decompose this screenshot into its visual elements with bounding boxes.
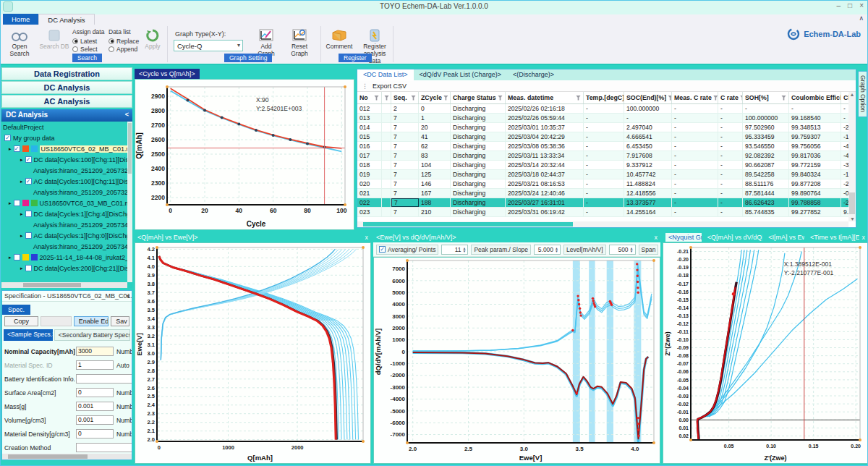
table-cell[interactable] — [382, 189, 391, 198]
filter-icon[interactable] — [384, 96, 389, 101]
table-cell[interactable]: - — [584, 161, 624, 169]
spec-field-input[interactable] — [76, 443, 132, 452]
table-cell[interactable]: Discharging — [451, 179, 506, 188]
table-cell[interactable]: 016 — [357, 142, 382, 151]
column-header[interactable]: Temp.[degC] — [584, 92, 624, 103]
table-cell[interactable] — [382, 161, 391, 169]
table-cell[interactable]: - — [718, 179, 743, 188]
table-cell[interactable]: 2025/03/24 12:40:46 — [506, 189, 584, 198]
sidebar-item-data-registration[interactable]: Data Registration — [1, 67, 132, 80]
level-stepper[interactable]: 500▲▼ — [609, 245, 636, 255]
table-cell[interactable]: 013 — [357, 114, 382, 122]
table-cell[interactable]: 2.497040 — [624, 123, 672, 132]
table-row[interactable]: 014720Discharging2025/03/01 10:35:37-2.4… — [357, 123, 848, 132]
table-cell[interactable]: - — [672, 161, 718, 169]
table-cell[interactable]: - — [672, 179, 718, 188]
table-cell[interactable]: - — [718, 170, 743, 179]
table-cell[interactable]: -4.567895 — [841, 142, 848, 151]
table-cell[interactable]: 2025/03/18 02:44:37 — [506, 170, 584, 179]
open-search-button[interactable]: Open Search — [3, 29, 36, 58]
checkbox-icon[interactable] — [25, 232, 32, 239]
sidebar-item-ac-analysis[interactable]: AC Analysis — [1, 95, 132, 108]
table-cell[interactable]: - — [672, 208, 718, 216]
table-cell[interactable]: - — [672, 189, 718, 198]
table-cell[interactable]: - — [718, 114, 743, 122]
spinner-icons[interactable]: ▲▼ — [630, 247, 634, 253]
table-cell[interactable]: - — [584, 104, 624, 113]
table-cell[interactable]: 100.000000 — [743, 114, 789, 122]
table-row[interactable]: 01220Discharging2025/02/26 02:16:18-100.… — [357, 104, 848, 114]
table-cell[interactable]: - — [841, 104, 848, 113]
table-cell[interactable]: 2025/02/26 05:59:44 — [506, 114, 584, 122]
table-cell[interactable] — [382, 208, 391, 216]
table-row[interactable]: 01371Discharging2025/02/26 05:59:44----1… — [357, 114, 848, 123]
tab-dqdv-peak-list-charge[interactable]: <dQ/dV Peak List (Charge)> — [414, 69, 508, 80]
table-cell[interactable]: 2025/03/08 05:38:36 — [506, 142, 584, 151]
table-cell[interactable] — [382, 104, 391, 113]
table-cell[interactable]: Discharging — [451, 170, 506, 179]
table-cell[interactable]: 11.488824 — [624, 179, 672, 188]
table-cell[interactable]: 2025/03/31 06:19:42 — [506, 208, 584, 216]
tree-item[interactable]: ▸✓AC data[Cycles:100][Chg:11][DisChg:13] — [1, 176, 132, 187]
table-cell[interactable] — [382, 198, 391, 207]
table-row[interactable]: 017783Discharging2025/03/11 13:33:34-7.9… — [357, 151, 848, 161]
table-cell[interactable]: 9.337912 — [624, 161, 672, 169]
tree-item[interactable]: ▸AC data[Cycles:1][Chg:0][DisChg:18] — [1, 230, 132, 241]
tree-vertical-scrollbar[interactable] — [127, 122, 132, 282]
spec-field-input[interactable]: 0.001 — [76, 402, 114, 411]
table-cell[interactable]: 9.208155 — [841, 208, 848, 216]
dqdv-chart[interactable]: 2.02.53.03.54.0-7000-6000-5000-4000-3000… — [374, 258, 660, 463]
tab-discharge[interactable]: <(Discharge)> — [507, 69, 560, 80]
filter-icon[interactable] — [498, 96, 503, 101]
table-cell[interactable] — [382, 151, 391, 160]
tab-dqdv[interactable]: <Ewe[V] vs dQ/dV[mAh/V]> — [376, 234, 456, 241]
checkbox-icon[interactable]: ✓ — [14, 145, 20, 152]
table-cell[interactable]: -1.309390 — [841, 170, 848, 179]
checkbox-icon[interactable] — [14, 200, 20, 206]
close-icon[interactable]: x — [862, 234, 866, 241]
table-cell[interactable]: 014 — [357, 123, 382, 132]
checkbox-icon[interactable]: ✓ — [4, 135, 11, 141]
column-header[interactable]: SOH[%] — [743, 92, 789, 103]
table-cell[interactable]: 99.840324 — [789, 170, 841, 179]
table-cell[interactable]: 10.457742 — [624, 170, 672, 179]
table-cell[interactable]: Discharging — [451, 114, 506, 122]
table-cell[interactable]: 99.788858 — [789, 198, 841, 207]
spec-field-input[interactable]: 0 — [76, 429, 114, 439]
table-row[interactable]: 0227188Discharging2025/03/27 16:31:01-13… — [357, 198, 848, 208]
table-cell[interactable]: 7 — [391, 151, 419, 160]
table-cell[interactable]: - — [584, 114, 624, 122]
table-cell[interactable]: 017 — [357, 151, 382, 160]
table-cell[interactable]: 12.418556 — [624, 189, 672, 198]
table-cell[interactable]: - — [672, 198, 718, 207]
group-data-checkbox-row[interactable]: ✓ My group data — [1, 132, 132, 143]
radio-latest[interactable]: Latest — [72, 37, 104, 45]
filter-icon[interactable] — [374, 96, 379, 101]
spinner-icons[interactable]: ▲▼ — [555, 247, 558, 253]
table-cell[interactable]: - — [584, 189, 624, 198]
table-cell[interactable]: -2.791430 — [841, 179, 848, 188]
tree-item[interactable]: ▸✓US18650VTC6_02_MB_C01.mpt — [1, 143, 132, 154]
table-cell[interactable]: Discharging — [451, 151, 506, 160]
table-cell[interactable]: 99.772159 — [789, 161, 841, 169]
sidebar-item-dc-analysis[interactable]: DC Analysis — [1, 81, 132, 94]
tab-spec[interactable]: Spec. — [2, 305, 30, 315]
table-cell[interactable]: 86.626423 — [743, 198, 789, 207]
tab-secondary-battery-specs[interactable]: <Secondary Battery Specs.> — [54, 329, 130, 341]
table-cell[interactable]: 7 — [391, 123, 419, 132]
table-cell[interactable]: - — [718, 142, 743, 151]
close-button[interactable]: × — [859, 1, 864, 9]
table-cell[interactable]: 021 — [357, 189, 382, 198]
radio-append[interactable]: Append — [109, 45, 139, 53]
tree-item[interactable]: ▸US18650VTC6_03_MB_C01.mpt — [1, 198, 132, 208]
table-cell[interactable]: 2025/03/21 08:16:53 — [506, 179, 584, 188]
column-header[interactable]: Charge Status — [451, 92, 506, 103]
chevron-up-icon[interactable]: ∧ — [859, 14, 864, 22]
table-cell[interactable]: 97.502960 — [743, 123, 789, 132]
table-cell[interactable]: 83 — [419, 151, 451, 160]
table-cell[interactable]: 41 — [419, 132, 451, 141]
table-cell[interactable]: 7 — [391, 142, 419, 151]
table-cell[interactable]: - — [584, 198, 624, 207]
table-cell[interactable]: 015 — [357, 132, 382, 141]
table-cell[interactable]: - — [841, 114, 848, 122]
